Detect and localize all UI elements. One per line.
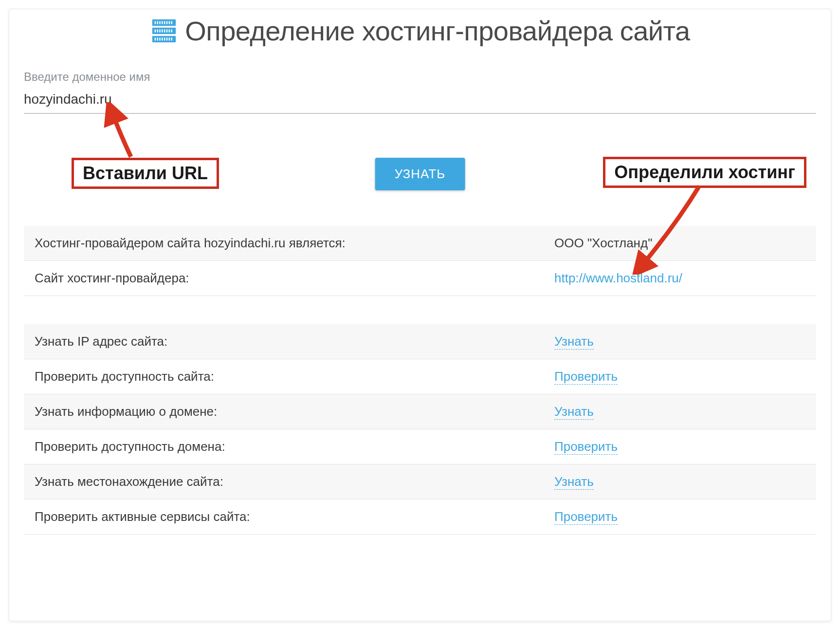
tool-row: Проверить доступность сайта: Проверить bbox=[24, 359, 816, 394]
result-label-provider: Хостинг-провайдером сайта hozyindachi.ru… bbox=[24, 226, 544, 261]
svg-rect-7 bbox=[164, 21, 165, 24]
svg-rect-13 bbox=[160, 29, 161, 32]
tool-link-site-availability[interactable]: Проверить bbox=[554, 369, 618, 385]
svg-rect-22 bbox=[162, 37, 163, 40]
svg-rect-4 bbox=[157, 21, 158, 24]
result-value-provider: ООО "Хостланд" bbox=[544, 226, 816, 261]
tool-row: Узнать местонахождение сайта: Узнать bbox=[24, 464, 816, 500]
server-icon bbox=[150, 17, 178, 45]
svg-rect-8 bbox=[166, 21, 167, 24]
tool-label: Узнать информацию о домене: bbox=[24, 394, 544, 429]
tool-row: Проверить активные сервисы сайта: Провер… bbox=[24, 500, 816, 535]
tool-row: Узнать информацию о домене: Узнать bbox=[24, 394, 816, 429]
result-row-site: Сайт хостинг-провайдера: http://www.host… bbox=[24, 261, 816, 296]
tool-link-ip[interactable]: Узнать bbox=[554, 334, 594, 350]
spacer bbox=[24, 296, 816, 324]
tool-row: Проверить доступность домена: Проверить bbox=[24, 429, 816, 464]
title-row: Определение хостинг-провайдера сайта bbox=[24, 15, 816, 47]
svg-rect-9 bbox=[169, 21, 170, 24]
svg-rect-12 bbox=[157, 29, 158, 32]
svg-rect-15 bbox=[164, 29, 165, 32]
tool-label: Узнать местонахождение сайта: bbox=[24, 464, 544, 500]
tool-label: Узнать IP адрес сайта: bbox=[24, 324, 544, 359]
annotation-inserted-url: Вставили URL bbox=[72, 158, 219, 189]
svg-rect-25 bbox=[169, 37, 170, 40]
svg-rect-17 bbox=[169, 29, 170, 32]
svg-rect-14 bbox=[162, 29, 163, 32]
svg-rect-20 bbox=[157, 37, 158, 40]
svg-rect-3 bbox=[155, 21, 156, 24]
find-button[interactable]: УЗНАТЬ bbox=[375, 158, 465, 190]
tool-link-domain-availability[interactable]: Проверить bbox=[554, 439, 618, 455]
svg-rect-18 bbox=[171, 29, 172, 32]
tool-label: Проверить активные сервисы сайта: bbox=[24, 500, 544, 535]
domain-input[interactable] bbox=[24, 89, 816, 114]
tool-label: Проверить доступность домена: bbox=[24, 429, 544, 464]
tool-link-domain-info[interactable]: Узнать bbox=[554, 404, 594, 420]
result-row-provider: Хостинг-провайдером сайта hozyindachi.ru… bbox=[24, 226, 816, 261]
svg-rect-16 bbox=[166, 29, 167, 32]
tool-link-geolocation[interactable]: Узнать bbox=[554, 474, 594, 490]
tools-table: Узнать IP адрес сайта: Узнать Проверить … bbox=[24, 324, 816, 535]
svg-rect-19 bbox=[155, 37, 156, 40]
svg-rect-10 bbox=[171, 21, 172, 24]
svg-rect-11 bbox=[155, 29, 156, 32]
tool-label: Проверить доступность сайта: bbox=[24, 359, 544, 394]
result-table: Хостинг-провайдером сайта hozyindachi.ru… bbox=[24, 226, 816, 296]
hosting-site-link[interactable]: http://www.hostland.ru/ bbox=[554, 271, 682, 285]
svg-rect-21 bbox=[160, 37, 161, 40]
svg-rect-24 bbox=[166, 37, 167, 40]
domain-input-label: Введите доменное имя bbox=[24, 70, 816, 84]
page-title: Определение хостинг-провайдера сайта bbox=[185, 15, 690, 47]
svg-rect-23 bbox=[164, 37, 165, 40]
annotation-detected-hosting: Определили хостинг bbox=[603, 157, 806, 188]
svg-rect-26 bbox=[171, 37, 172, 40]
svg-rect-6 bbox=[162, 21, 163, 24]
tool-link-active-services[interactable]: Проверить bbox=[554, 509, 618, 525]
page-card: Определение хостинг-провайдера сайта Вве… bbox=[9, 9, 831, 621]
action-row: УЗНАТЬ Вставили URL Определили хостинг bbox=[24, 114, 816, 226]
domain-form: Введите доменное имя bbox=[24, 70, 816, 114]
tool-row: Узнать IP адрес сайта: Узнать bbox=[24, 324, 816, 359]
svg-rect-5 bbox=[160, 21, 161, 24]
result-label-site: Сайт хостинг-провайдера: bbox=[24, 261, 544, 296]
